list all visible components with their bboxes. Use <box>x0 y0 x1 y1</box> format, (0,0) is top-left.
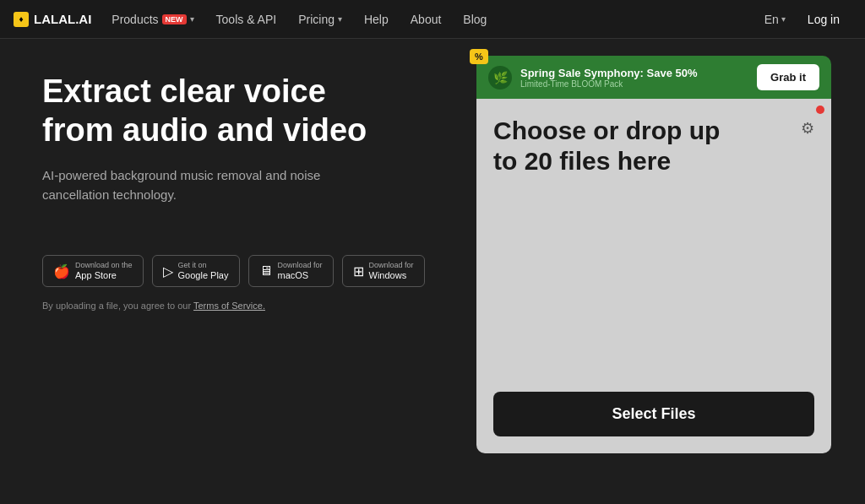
nav-tools[interactable]: Tools & API <box>208 9 286 30</box>
terms-link[interactable]: Terms of Service. <box>193 301 265 311</box>
navbar: ♦ LALAL.AI Products NEW ▾ Tools & API Pr… <box>0 0 865 39</box>
nav-products[interactable]: Products NEW ▾ <box>103 9 202 30</box>
upload-header: Choose or drop up to 20 files here ⚙ <box>493 116 814 176</box>
upload-widget: % 🌿 Spring Sale Symphony: Save 50% Limit… <box>476 56 831 453</box>
products-new-badge: NEW <box>162 14 187 24</box>
nav-blog[interactable]: Blog <box>454 9 495 30</box>
nav-pricing-label: Pricing <box>298 13 335 26</box>
macos-label: macOS <box>278 270 309 280</box>
nav-tools-label: Tools & API <box>216 13 277 26</box>
upload-title: Choose or drop up to 20 files here <box>493 116 747 176</box>
pricing-arrow-icon: ▾ <box>338 14 342 24</box>
language-arrow-icon: ▾ <box>781 14 786 24</box>
macos-pre-label: Download for <box>278 261 323 270</box>
android-icon: ▷ <box>163 263 173 279</box>
nav-help[interactable]: Help <box>356 9 397 30</box>
macos-icon: 🖥 <box>259 263 273 279</box>
logo-icon: ♦ <box>14 12 29 27</box>
main-content: Extract clear voice from audio and video… <box>0 39 865 504</box>
appstore-badge[interactable]: 🍎 Download on the App Store <box>42 255 144 287</box>
nav-products-label: Products <box>112 13 158 26</box>
nav-right-section: En ▾ Log in <box>758 8 851 31</box>
appstore-pre-label: Download on the <box>75 261 133 270</box>
nav-about[interactable]: About <box>402 9 450 30</box>
googleplay-label: Google Play <box>178 270 229 280</box>
googleplay-pre-label: Get it on <box>178 261 229 270</box>
promo-text-block: Spring Sale Symphony: Save 50% Limited-T… <box>520 67 748 89</box>
windows-label: Windows <box>369 270 407 280</box>
apple-icon: 🍎 <box>53 263 70 279</box>
settings-icon[interactable]: ⚙ <box>801 119 814 138</box>
language-selector[interactable]: En ▾ <box>758 9 792 30</box>
nav-pricing[interactable]: Pricing ▾ <box>290 9 351 30</box>
macos-badge[interactable]: 🖥 Download for macOS <box>248 255 334 287</box>
nav-blog-label: Blog <box>463 13 487 26</box>
red-dot-indicator <box>816 106 824 114</box>
upload-drop-zone[interactable]: Choose or drop up to 20 files here ⚙ Sel… <box>476 99 831 453</box>
select-files-button[interactable]: Select Files <box>493 392 814 436</box>
hero-subtitle: AI-powered background music removal and … <box>42 166 329 204</box>
windows-pre-label: Download for <box>369 261 414 270</box>
language-label: En <box>764 13 779 26</box>
terms-text: By uploading a file, you agree to our Te… <box>42 301 443 311</box>
logo[interactable]: ♦ LALAL.AI <box>14 12 91 27</box>
drop-area[interactable] <box>493 185 814 392</box>
nav-about-label: About <box>411 13 442 26</box>
grab-it-button[interactable]: Grab it <box>757 64 819 90</box>
leaf-icon: 🌿 <box>488 66 512 89</box>
promo-banner: % 🌿 Spring Sale Symphony: Save 50% Limit… <box>476 56 831 99</box>
logo-text: LALAL.AI <box>34 12 91 26</box>
appstore-label: App Store <box>75 270 117 280</box>
nav-help-label: Help <box>364 13 389 26</box>
login-button[interactable]: Log in <box>796 8 851 31</box>
windows-icon: ⊞ <box>353 263 364 279</box>
promo-subtitle: Limited-Time BLOOM Pack <box>520 79 748 89</box>
googleplay-badge[interactable]: ▷ Get it on Google Play <box>152 255 240 287</box>
hero-section: Extract clear voice from audio and video… <box>42 64 443 311</box>
promo-title: Spring Sale Symphony: Save 50% <box>520 67 748 79</box>
store-badges: 🍎 Download on the App Store ▷ Get it on … <box>42 255 443 287</box>
windows-badge[interactable]: ⊞ Download for Windows <box>342 255 425 287</box>
hero-title: Extract clear voice from audio and video <box>42 73 380 149</box>
products-arrow-icon: ▾ <box>190 14 194 24</box>
promo-percent-badge: % <box>470 49 488 64</box>
